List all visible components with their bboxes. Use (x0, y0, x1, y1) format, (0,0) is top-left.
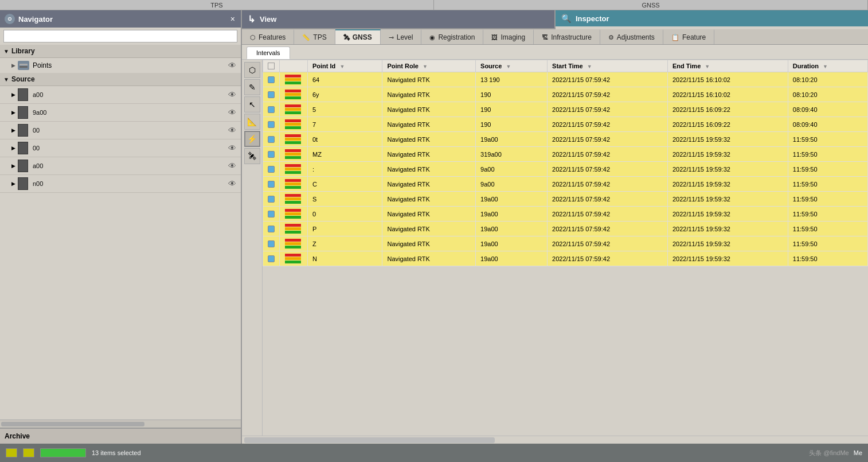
toolbar-tab-level[interactable]: ⊸Level (381, 29, 422, 44)
source-item-4[interactable]: ▶ a00 👁 (0, 157, 241, 175)
source-item-1[interactable]: ▶ 9a00 👁 (0, 104, 241, 122)
filter-source-icon[interactable]: ▼ (506, 64, 511, 69)
source-item-visibility-5[interactable]: 👁 (228, 179, 236, 188)
tool-btn-1[interactable]: ⬡ (244, 62, 260, 78)
sub-tab-intervals[interactable]: Intervals (247, 46, 290, 59)
row-end-time-3: 2022/11/15 16:09:22 (667, 117, 788, 132)
source-item-visibility-4[interactable]: 👁 (228, 161, 236, 170)
toolbar-tab-adjustments[interactable]: ⚙Adjustments (600, 29, 663, 44)
table-container[interactable]: Point Id ▼ Point Role ▼ Source ▼ Start T… (263, 60, 868, 436)
points-tree-item[interactable]: ▶ Points 👁 (0, 59, 241, 72)
row-checkbox-1[interactable] (263, 87, 280, 102)
table-row[interactable]: P Navigated RTK 19a00 2022/11/15 07:59:4… (263, 222, 868, 236)
row-checkbox-12[interactable] (263, 251, 280, 266)
table-scroll-x[interactable] (242, 436, 868, 444)
row-end-time-11: 2022/11/15 19:59:32 (667, 236, 788, 251)
table-row[interactable]: 5 Navigated RTK 190 2022/11/15 07:59:42 … (263, 102, 868, 117)
source-header: ▼ Source (0, 73, 241, 86)
row-checkbox-5[interactable] (263, 147, 280, 162)
navigator-close-button[interactable]: × (229, 14, 236, 24)
source-item-0[interactable]: ▶ a00 👁 (0, 86, 241, 104)
toolbar-tab-features[interactable]: ⬡Features (242, 29, 294, 44)
table-row[interactable]: 6y Navigated RTK 190 2022/11/15 07:59:42… (263, 87, 868, 102)
status-icon-green (40, 448, 86, 457)
row-source-6: 9a00 (476, 162, 548, 177)
row-source-3: 190 (476, 117, 548, 132)
row-checkbox-7[interactable] (263, 177, 280, 192)
table-row[interactable]: 0 Navigated RTK 19a00 2022/11/15 07:59:4… (263, 207, 868, 222)
toolbar-tab-feature[interactable]: 📋Feature (663, 29, 714, 44)
filter-end-time-icon[interactable]: ▼ (705, 64, 710, 69)
row-checkbox-6[interactable] (263, 162, 280, 177)
row-point-id-5: MZ (308, 147, 382, 162)
tool-btn-3[interactable]: ↖ (244, 96, 260, 112)
source-item-visibility-1[interactable]: 👁 (228, 108, 236, 117)
row-checkbox-2[interactable] (263, 102, 280, 117)
archive-bar[interactable]: Archive (0, 428, 241, 444)
row-checkbox-10[interactable] (263, 222, 280, 236)
table-row[interactable]: : Navigated RTK 9a00 2022/11/15 07:59:42… (263, 162, 868, 177)
tool-btn-6[interactable]: 🛰 (244, 148, 260, 164)
row-checkbox-4[interactable] (263, 132, 280, 147)
points-visibility-icon[interactable]: 👁 (228, 61, 236, 70)
table-row[interactable]: C Navigated RTK 9a00 2022/11/15 07:59:42… (263, 177, 868, 192)
source-item-expand-0[interactable]: ▶ (11, 92, 15, 98)
row-duration-4: 11:59:50 (788, 132, 867, 147)
tab-icon-8: 📋 (671, 34, 679, 41)
source-item-expand-1[interactable]: ▶ (11, 110, 15, 115)
source-item-5[interactable]: ▶ n00 👁 (0, 175, 241, 193)
row-duration-10: 11:59:50 (788, 222, 867, 236)
row-checkbox-0[interactable] (263, 72, 280, 87)
toolbar-tab-tps[interactable]: 📏TPS (294, 29, 335, 44)
table-row[interactable]: Z Navigated RTK 19a00 2022/11/15 07:59:4… (263, 236, 868, 251)
source-item-visibility-0[interactable]: 👁 (228, 90, 236, 99)
right-panel: ↳ View 🔍 Inspector ⬡Features📏TPS🛰GNSS⊸Le… (242, 10, 868, 444)
table-row[interactable]: MZ Navigated RTK 319a00 2022/11/15 07:59… (263, 147, 868, 162)
row-start-time-8: 2022/11/15 07:59:42 (548, 192, 668, 207)
tab-label-4: Registration (438, 33, 475, 41)
top-bar-tps[interactable]: TPS (0, 0, 434, 10)
tool-btn-2[interactable]: ✎ (244, 79, 260, 95)
row-duration-7: 11:59:50 (788, 177, 867, 192)
source-item-expand-3[interactable]: ▶ (11, 145, 15, 151)
table-row[interactable]: 64 Navigated RTK 13 190 2022/11/15 07:59… (263, 72, 868, 87)
filter-start-time-icon[interactable]: ▼ (587, 64, 592, 69)
filter-point-id-icon[interactable]: ▼ (339, 64, 345, 69)
filter-duration-icon[interactable]: ▼ (823, 64, 828, 69)
table-row[interactable]: 0t Navigated RTK 19a00 2022/11/15 07:59:… (263, 132, 868, 147)
tool-btn-4[interactable]: 📐 (244, 114, 260, 130)
source-item-visibility-2[interactable]: 👁 (228, 126, 236, 135)
row-checkbox-9[interactable] (263, 207, 280, 222)
row-point-id-9: 0 (308, 207, 382, 222)
row-point-id-12: N (308, 251, 382, 266)
toolbar-tab-imaging[interactable]: 🖼Imaging (483, 29, 534, 44)
tool-btn-5[interactable]: ⚡ (244, 131, 260, 147)
row-checkbox-3[interactable] (263, 117, 280, 132)
inspector-icon: 🔍 (561, 14, 571, 23)
table-row[interactable]: N Navigated RTK 19a00 2022/11/15 07:59:4… (263, 251, 868, 266)
toolbar-tab-infrastructure[interactable]: 🏗Infrastructure (534, 29, 600, 44)
source-expand-icon[interactable]: ▼ (3, 76, 9, 83)
table-area: ⬡ ✎ ↖ 📐 ⚡ 🛰 Point Id ▼ Point Role ▼ (242, 60, 868, 436)
table-row[interactable]: 7 Navigated RTK 190 2022/11/15 07:59:42 … (263, 117, 868, 132)
search-input[interactable] (3, 30, 237, 42)
row-source-12: 19a00 (476, 251, 548, 266)
source-item-expand-4[interactable]: ▶ (11, 163, 15, 169)
row-start-time-11: 2022/11/15 07:59:42 (548, 236, 668, 251)
source-item-expand-5[interactable]: ▶ (11, 181, 15, 187)
filter-point-role-icon[interactable]: ▼ (423, 64, 428, 69)
source-item-2[interactable]: ▶ 00 👁 (0, 122, 241, 139)
toolbar-tab-registration[interactable]: ◉Registration (421, 29, 483, 44)
row-checkbox-11[interactable] (263, 236, 280, 251)
top-bar-gnss[interactable]: GNSS (434, 0, 868, 10)
source-scroll-x[interactable] (0, 420, 241, 428)
row-duration-3: 08:09:40 (788, 117, 867, 132)
library-expand-icon[interactable]: ▼ (3, 48, 9, 55)
source-item-visibility-3[interactable]: 👁 (228, 143, 236, 153)
toolbar-tab-gnss[interactable]: 🛰GNSS (335, 29, 381, 44)
source-item-3[interactable]: ▶ 00 👁 (0, 139, 241, 157)
row-duration-5: 11:59:50 (788, 147, 867, 162)
table-row[interactable]: S Navigated RTK 19a00 2022/11/15 07:59:4… (263, 192, 868, 207)
row-checkbox-8[interactable] (263, 192, 280, 207)
source-item-expand-2[interactable]: ▶ (11, 127, 15, 133)
